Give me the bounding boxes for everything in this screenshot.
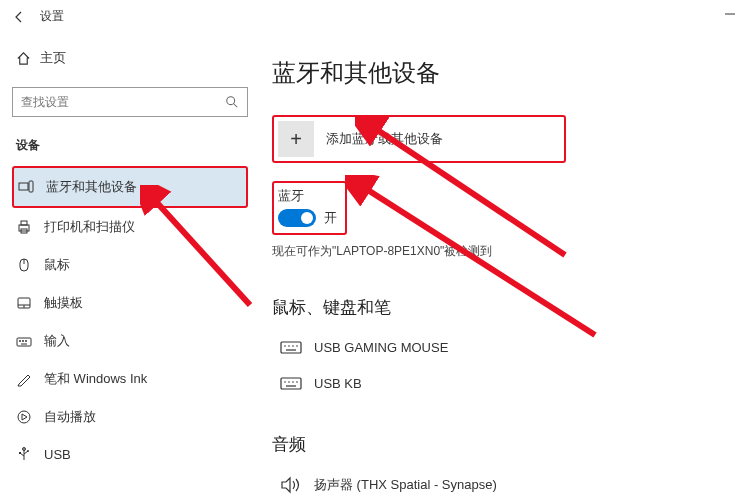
titlebar: 设置 <box>0 0 750 33</box>
sidebar-item-printers[interactable]: 打印机和扫描仪 <box>12 208 248 246</box>
svg-point-31 <box>288 381 290 383</box>
svg-rect-4 <box>29 181 33 192</box>
svg-point-27 <box>296 345 298 347</box>
add-device-button[interactable]: + 添加蓝牙或其他设备 <box>278 121 558 157</box>
device-row[interactable]: 扬声器 (THX Spatial - Synapse) <box>272 470 738 500</box>
keyboard-icon <box>16 333 44 349</box>
sidebar-item-label: 输入 <box>44 332 70 350</box>
bluetooth-state: 开 <box>324 209 337 227</box>
printer-icon <box>16 219 44 235</box>
search-input[interactable] <box>21 95 225 109</box>
sidebar-item-autoplay[interactable]: 自动播放 <box>12 398 248 436</box>
back-icon[interactable] <box>12 10 26 24</box>
sidebar-home-label: 主页 <box>40 49 66 67</box>
speaker-icon <box>280 476 314 494</box>
sidebar-item-label: USB <box>44 447 71 462</box>
sidebar-item-touchpad[interactable]: 触摸板 <box>12 284 248 322</box>
sidebar-item-label: 笔和 Windows Ink <box>44 370 147 388</box>
device-row[interactable]: USB KB <box>272 369 738 405</box>
keyboard-device-icon <box>280 339 314 355</box>
svg-point-25 <box>288 345 290 347</box>
sidebar-item-usb[interactable]: USB <box>12 436 248 472</box>
sidebar-item-typing[interactable]: 输入 <box>12 322 248 360</box>
svg-rect-6 <box>21 221 27 225</box>
sidebar-item-label: 自动播放 <box>44 408 96 426</box>
svg-point-30 <box>284 381 286 383</box>
add-device-label: 添加蓝牙或其他设备 <box>326 130 443 148</box>
device-name: 扬声器 (THX Spatial - Synapse) <box>314 476 497 494</box>
svg-point-21 <box>27 450 29 452</box>
device-name: USB GAMING MOUSE <box>314 340 448 355</box>
sidebar-item-mouse[interactable]: 鼠标 <box>12 246 248 284</box>
svg-point-26 <box>292 345 294 347</box>
svg-rect-23 <box>281 342 301 353</box>
bluetooth-toggle[interactable] <box>278 209 316 227</box>
bluetooth-label: 蓝牙 <box>278 187 337 205</box>
sidebar-item-label: 鼠标 <box>44 256 70 274</box>
svg-point-1 <box>227 97 235 105</box>
svg-rect-13 <box>17 338 31 346</box>
sidebar-item-label: 打印机和扫描仪 <box>44 218 135 236</box>
discoverable-text: 现在可作为"LAPTOP-8PE1XN0"被检测到 <box>272 243 738 260</box>
mouse-icon <box>16 257 44 273</box>
device-row[interactable]: USB GAMING MOUSE <box>272 333 738 369</box>
sidebar-item-bluetooth[interactable]: 蓝牙和其他设备 <box>12 166 248 208</box>
svg-point-24 <box>284 345 286 347</box>
sidebar-item-label: 蓝牙和其他设备 <box>46 178 137 196</box>
svg-rect-3 <box>19 183 28 190</box>
minimize-button[interactable] <box>710 0 750 28</box>
sidebar: 主页 设备 蓝牙和其他设备 打印机和扫描仪 <box>0 33 260 500</box>
search-icon <box>225 95 239 109</box>
svg-line-2 <box>234 104 238 108</box>
svg-point-32 <box>292 381 294 383</box>
search-box[interactable] <box>12 87 248 117</box>
main-content: 蓝牙和其他设备 + 添加蓝牙或其他设备 蓝牙 开 现在可作为"LAPTOP-8P… <box>260 33 750 500</box>
svg-rect-29 <box>281 378 301 389</box>
bluetooth-devices-icon <box>18 179 46 195</box>
section-audio: 音频 <box>272 433 738 456</box>
keyboard-device-icon <box>280 375 314 391</box>
plus-icon: + <box>278 121 314 157</box>
window-title: 设置 <box>40 8 64 25</box>
sidebar-item-label: 触摸板 <box>44 294 83 312</box>
home-icon <box>16 51 40 66</box>
touchpad-icon <box>16 295 44 311</box>
sidebar-home[interactable]: 主页 <box>12 41 248 75</box>
device-name: USB KB <box>314 376 362 391</box>
section-mouse-keyboard: 鼠标、键盘和笔 <box>272 296 738 319</box>
page-title: 蓝牙和其他设备 <box>272 57 738 89</box>
autoplay-icon <box>16 409 44 425</box>
sidebar-section-label: 设备 <box>12 133 248 158</box>
svg-rect-22 <box>19 452 21 454</box>
svg-point-18 <box>18 411 30 423</box>
sidebar-item-pen[interactable]: 笔和 Windows Ink <box>12 360 248 398</box>
pen-icon <box>16 371 44 387</box>
window-controls <box>710 0 750 28</box>
usb-icon <box>16 446 44 462</box>
svg-point-33 <box>296 381 298 383</box>
